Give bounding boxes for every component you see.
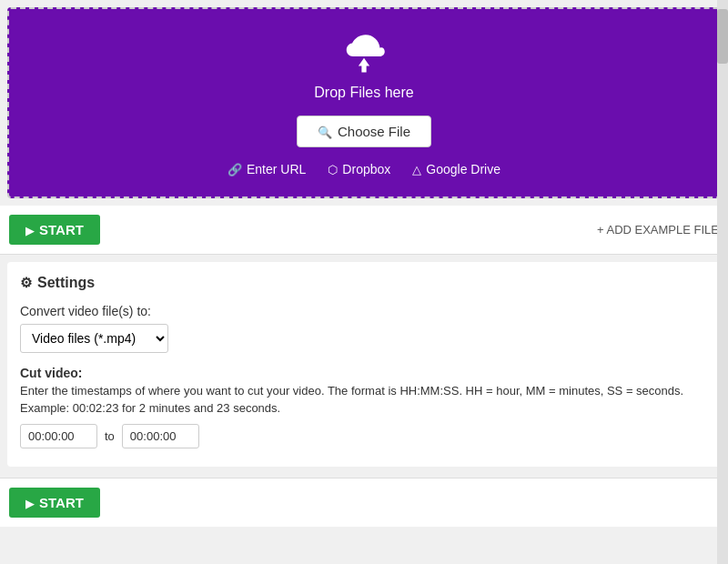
link-icon [228, 162, 242, 176]
gdrive-icon [412, 162, 421, 176]
to-separator: to [105, 429, 115, 443]
cut-video-description: Enter the timestamps of where you want t… [20, 384, 708, 398]
play-icon-bottom [25, 495, 34, 510]
start-label-top: START [39, 222, 84, 237]
dropbox-link[interactable]: Dropbox [328, 162, 390, 176]
play-icon [25, 222, 34, 237]
search-icon [318, 124, 332, 139]
settings-panel: Settings Convert video file(s) to: Video… [7, 262, 721, 467]
settings-title: Settings [20, 275, 708, 291]
scrollbar-thumb[interactable] [717, 9, 728, 64]
cut-video-title: Cut video: [20, 366, 708, 380]
google-drive-label: Google Drive [426, 162, 500, 176]
time-range-inputs: to [20, 424, 708, 448]
cut-video-example: Example: 00:02:23 for 2 minutes and 23 s… [20, 401, 708, 415]
cut-video-section: Cut video: Enter the timestamps of where… [20, 366, 708, 448]
cut-from-input[interactable] [20, 424, 97, 448]
add-example-label: + ADD EXAMPLE FILE [597, 223, 719, 237]
convert-format-row: Convert video file(s) to: Video files (*… [20, 304, 708, 353]
dropbox-label: Dropbox [342, 162, 390, 176]
dropbox-icon [328, 162, 338, 176]
start-label-bottom: START [39, 495, 84, 510]
enter-url-link[interactable]: Enter URL [228, 162, 306, 176]
bottom-action-bar: START [0, 478, 728, 527]
convert-format-select[interactable]: Video files (*.mp4) Video files (*.avi) … [20, 324, 168, 353]
gear-icon [20, 275, 32, 291]
enter-url-label: Enter URL [247, 162, 306, 176]
dropzone[interactable]: Drop Files here Choose File Enter URL Dr… [7, 7, 721, 198]
google-drive-link[interactable]: Google Drive [412, 162, 500, 176]
add-example-file-link[interactable]: + ADD EXAMPLE FILE [597, 223, 719, 237]
scrollbar-track[interactable] [717, 0, 728, 564]
top-action-bar: START + ADD EXAMPLE FILE [0, 206, 728, 255]
choose-file-label: Choose File [338, 124, 410, 139]
cut-to-input[interactable] [122, 424, 199, 448]
start-button-bottom[interactable]: START [9, 488, 100, 518]
convert-label: Convert video file(s) to: [20, 304, 708, 318]
settings-title-text: Settings [37, 275, 95, 291]
upload-cloud-icon [332, 27, 396, 77]
choose-file-button[interactable]: Choose File [297, 116, 431, 147]
source-links-bar: Enter URL Dropbox Google Drive [228, 162, 500, 176]
start-button-top[interactable]: START [9, 215, 100, 245]
drop-files-text: Drop Files here [314, 85, 413, 101]
svg-marker-0 [359, 58, 369, 73]
